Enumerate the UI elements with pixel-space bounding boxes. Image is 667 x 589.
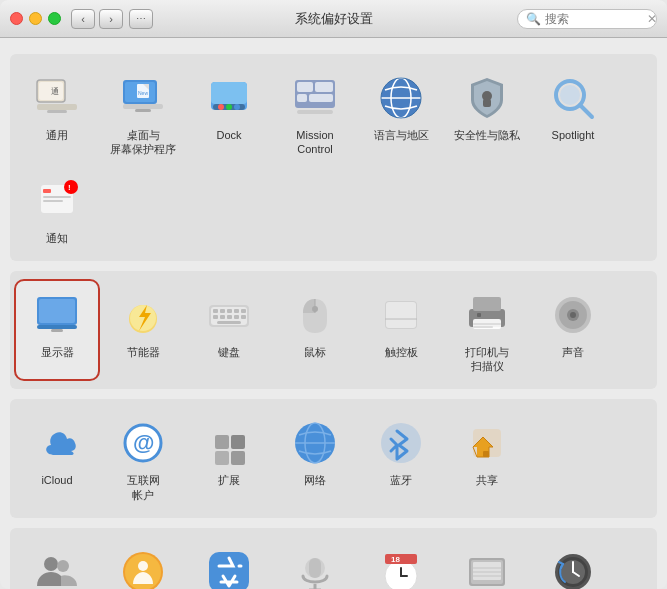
svg-point-15 [226,104,232,110]
svg-rect-75 [215,435,229,449]
internet-accounts-item[interactable]: @ 互联网帐户 [102,409,184,508]
notify-label: 通知 [46,231,68,245]
svg-text:!: ! [68,183,71,192]
extensions-item[interactable]: 扩展 [188,409,270,508]
svg-rect-78 [231,451,245,465]
system-section: 用户与群组 家长控制 [10,528,657,589]
search-bar[interactable]: 🔍 ✕ [517,9,657,29]
notify-item[interactable]: ! 通知 [16,167,98,251]
extensions-label: 扩展 [218,473,240,487]
svg-rect-21 [309,94,333,102]
forward-button[interactable]: › [99,9,123,29]
svg-rect-50 [234,309,239,313]
users-item[interactable]: 用户与群组 [16,538,98,589]
svg-rect-51 [241,309,246,313]
minimize-button[interactable] [29,12,42,25]
nav-buttons: ‹ › [71,9,123,29]
security-label: 安全性与隐私 [454,128,520,142]
parental-icon [117,546,169,589]
printer-label: 打印机与扫描仪 [465,345,509,374]
keyboard-label: 键盘 [218,345,240,359]
mission-icon [289,72,341,124]
sharing-item[interactable]: 共享 [446,409,528,508]
general-icon: 通 [31,72,83,124]
bluetooth-icon [375,417,427,469]
close-button[interactable] [10,12,23,25]
titlebar: ‹ › ⋯ 系统偏好设置 🔍 ✕ [0,0,667,38]
search-input[interactable] [545,12,645,26]
energy-item[interactable]: 节能器 [102,281,184,380]
search-clear-icon[interactable]: ✕ [647,12,657,26]
system-items: 用户与群组 家长控制 [16,538,651,589]
sound-item[interactable]: 声音 [532,281,614,380]
back-button[interactable]: ‹ [71,9,95,29]
mission-item[interactable]: MissionControl [274,64,356,163]
dock-label: Dock [216,128,241,142]
svg-rect-48 [220,309,225,313]
bluetooth-item[interactable]: 蓝牙 [360,409,442,508]
svg-point-44 [130,305,156,331]
icloud-item[interactable]: iCloud [16,409,98,508]
dock-icon [203,72,255,124]
svg-rect-49 [227,309,232,313]
network-item[interactable]: 网络 [274,409,356,508]
language-item[interactable]: 语言与地区 [360,64,442,163]
notify-icon: ! [31,175,83,227]
svg-rect-55 [234,315,239,319]
printer-icon [461,289,513,341]
keyboard-icon [203,289,255,341]
internet-section: iCloud @ 互联网帐户 [10,399,657,518]
svg-text:New: New [138,90,148,96]
svg-rect-8 [135,109,151,112]
svg-rect-52 [213,315,218,319]
mouse-icon [289,289,341,341]
svg-point-79 [218,425,226,433]
energy-label: 节能器 [127,345,160,359]
hardware-section: 显示器 节能器 [10,271,657,390]
svg-rect-28 [483,99,491,107]
parental-item[interactable]: 家长控制 [102,538,184,589]
trackpad-item[interactable]: 触控板 [360,281,442,380]
timemachine-item[interactable]: Time Machine [532,538,614,589]
mouse-item[interactable]: 鼠标 [274,281,356,380]
svg-rect-22 [297,110,333,114]
display-item[interactable]: 显示器 [16,281,98,380]
network-icon [289,417,341,469]
svg-rect-77 [215,451,229,465]
bluetooth-label: 蓝牙 [390,473,412,487]
icloud-icon [31,417,83,469]
dock-item[interactable]: Dock [188,64,270,163]
desktop-icon: New [117,72,169,124]
dictation-item[interactable]: 听写与语音 [274,538,356,589]
svg-text:18: 18 [391,555,400,564]
spotlight-item[interactable]: Spotlight [532,64,614,163]
maximize-button[interactable] [48,12,61,25]
security-item[interactable]: 安全性与隐私 [446,64,528,163]
grid-view-button[interactable]: ⋯ [129,9,153,29]
svg-rect-18 [297,82,313,92]
keyboard-item[interactable]: 键盘 [188,281,270,380]
desktop-label: 桌面与屏幕保护程序 [110,128,176,157]
svg-rect-40 [39,299,75,323]
svg-rect-97 [385,554,417,564]
svg-point-16 [234,104,240,110]
mouse-label: 鼠标 [304,345,326,359]
datetime-item[interactable]: 18 日期与时间 [360,538,442,589]
svg-line-30 [580,105,592,117]
desktop-item[interactable]: New 桌面与屏幕保护程序 [102,64,184,163]
timemachine-icon [547,546,599,589]
general-item[interactable]: 通 通用 [16,64,98,163]
svg-point-31 [560,85,580,105]
trackpad-icon [375,289,427,341]
appstore-item[interactable]: App Store [188,538,270,589]
startup-item[interactable]: 启动磁盘 [446,538,528,589]
hardware-items: 显示器 节能器 [16,281,651,380]
icloud-label: iCloud [41,473,72,487]
svg-rect-68 [473,326,493,328]
printer-item[interactable]: 打印机与扫描仪 [446,281,528,380]
language-icon [375,72,427,124]
users-icon [31,546,83,589]
svg-rect-53 [220,315,225,319]
svg-point-14 [218,104,224,110]
window-title: 系统偏好设置 [295,10,373,28]
